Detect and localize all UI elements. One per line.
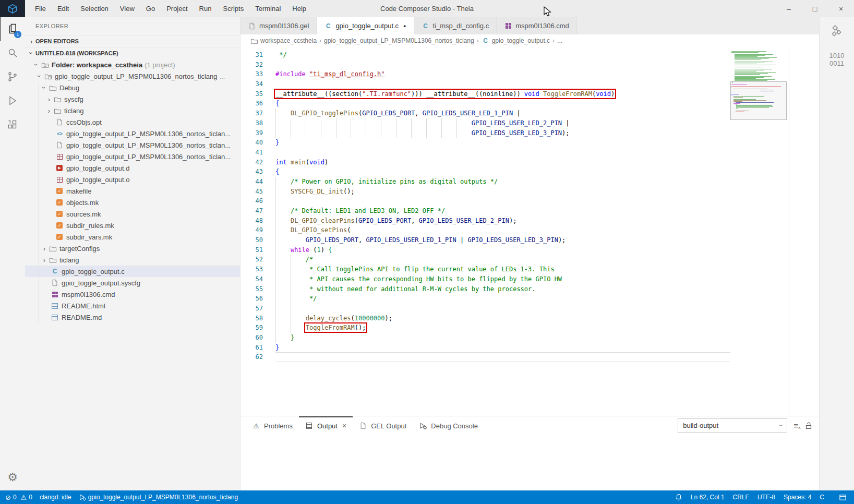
tree-item-subdir-vars-mk[interactable]: ✓subdir_vars.mk <box>25 231 240 243</box>
line-number[interactable]: 37 <box>240 109 275 118</box>
breadcrumb-item[interactable]: workspace_ccstheia <box>250 37 317 45</box>
line-number[interactable]: 41 <box>240 148 275 158</box>
code-line-56[interactable]: */ <box>275 294 730 304</box>
code-line-58[interactable]: delay_cycles(10000000); <box>275 314 730 323</box>
tree-item-objects-mk[interactable]: ✓objects.mk <box>25 197 240 208</box>
menu-run[interactable]: Run <box>194 0 218 17</box>
code-line-34[interactable] <box>275 79 730 89</box>
code-line-36[interactable]: { <box>275 99 730 109</box>
output-channel-select[interactable]: build-output › <box>678 418 787 433</box>
code-line-41[interactable] <box>275 148 730 158</box>
line-number[interactable]: 56 <box>240 294 275 304</box>
close-icon[interactable]: × <box>342 422 346 430</box>
tree-item-readme-html[interactable]: README.html <box>25 300 240 311</box>
tree-item-gpio-toggle-output-lp-mspm0l1306-nortos-ticlang[interactable]: ›gpio_toggle_output_LP_MSPM0L1306_nortos… <box>25 70 240 82</box>
tree-item-makefile[interactable]: ✓makefile <box>25 185 240 197</box>
chevron-right-icon[interactable]: › <box>40 256 49 264</box>
tree-item-subdir-rules-mk[interactable]: ✓subdir_rules.mk <box>25 220 240 231</box>
panel-tab-gel-output[interactable]: GEL Output <box>353 416 413 434</box>
chevron-right-icon[interactable]: › <box>45 95 53 103</box>
line-number[interactable]: 42 <box>240 158 275 167</box>
breadcrumb-item[interactable]: gpio_toggle_output_LP_MSPM0L1306_nortos_… <box>324 37 474 44</box>
line-number[interactable]: 40 <box>240 138 275 148</box>
code-line-49[interactable]: DL_GPIO_setPins( <box>275 225 730 235</box>
minimap-slider[interactable] <box>730 81 787 120</box>
line-number[interactable]: 34 <box>240 79 275 89</box>
settings-gear-icon[interactable]: ⚙ <box>0 471 25 484</box>
tree-item-mspm0l1306-cmd[interactable]: mspm0l1306.cmd <box>25 289 240 300</box>
editor-tab-gpio-toggle-output-c[interactable]: Cgpio_toggle_output.c● <box>317 17 414 34</box>
menu-help[interactable]: Help <box>286 0 312 17</box>
code-line-44[interactable]: /* Power on GPIO, initialize pins as dig… <box>275 177 730 187</box>
code-line-32[interactable] <box>275 60 730 70</box>
menu-selection[interactable]: Selection <box>75 0 114 17</box>
code-line-39[interactable]: GPIO_LEDS_USER_LED_3_PIN); <box>275 128 730 138</box>
flow-icon[interactable] <box>830 25 844 38</box>
line-number[interactable]: 44 <box>240 177 275 187</box>
code-line-61[interactable]: } <box>275 343 730 353</box>
code-line-31[interactable]: */ <box>275 50 730 60</box>
line-number[interactable]: 47 <box>240 206 275 216</box>
tree-item-gpio-toggle-output-lp-mspm0l1306-nortos-ticlan-[interactable]: gpio_toggle_output_LP_MSPM0L1306_nortos_… <box>25 151 240 162</box>
line-number[interactable]: 45 <box>240 187 275 197</box>
menu-file[interactable]: File <box>29 0 52 17</box>
code-line-59[interactable]: ToggleFromRAM(); <box>275 323 730 333</box>
tree-item-ticlang[interactable]: ›ticlang <box>25 254 240 266</box>
tree-item-readme-md[interactable]: README.md <box>25 311 240 323</box>
activity-search[interactable] <box>0 41 25 65</box>
line-number[interactable]: 51 <box>240 245 275 255</box>
workspace-header[interactable]: › UNTITLED-818 (WORKSPACE) <box>25 47 240 59</box>
line-number[interactable]: 32 <box>240 60 275 70</box>
status-c[interactable]: C <box>820 494 824 501</box>
tree-item-gpio-toggle-output-d[interactable]: ▶gpio_toggle_output.d <box>25 162 240 174</box>
clangd-status[interactable]: clangd: idle <box>40 494 71 501</box>
breadcrumb[interactable]: workspace_ccstheia›gpio_toggle_output_LP… <box>240 34 819 47</box>
tree-item-gpio-toggle-output-lp-mspm0l1306-nortos-ticlan-[interactable]: <>gpio_toggle_output_LP_MSPM0L1306_norto… <box>25 128 240 139</box>
tree-item-sources-mk[interactable]: ✓sources.mk <box>25 208 240 220</box>
editor-tab-ti-msp-dl-config-c[interactable]: Cti_msp_dl_config.c <box>414 17 497 34</box>
tree-item-ccsobjs-opt[interactable]: ccsObjs.opt <box>25 116 240 128</box>
code-editor[interactable]: 3132333435363738394041424344454647484950… <box>240 47 819 416</box>
chevron-down-icon[interactable]: › <box>32 61 41 69</box>
binary-view-icon[interactable]: 1010 0011 <box>829 52 845 67</box>
line-number[interactable]: 52 <box>240 255 275 265</box>
line-number[interactable]: 61 <box>240 343 275 353</box>
code-line-55[interactable]: * without need for additional R-M-W cycl… <box>275 284 730 294</box>
unlock-icon[interactable] <box>804 422 813 430</box>
breadcrumb-item[interactable]: Cgpio_toggle_output.c <box>482 37 550 45</box>
tree-item-debug[interactable]: ›Debug <box>25 82 240 93</box>
menu-go[interactable]: Go <box>140 0 161 17</box>
code-line-38[interactable]: GPIO_LEDS_USER_LED_2_PIN | <box>275 118 730 128</box>
activity-explorer[interactable]: 1 <box>0 17 26 41</box>
editor-tab-mspm0l1306-cmd[interactable]: mspm0l1306.cmd <box>497 17 577 34</box>
chevron-down-icon[interactable]: › <box>40 83 49 92</box>
status-spaces[interactable]: Spaces: 4 <box>784 494 811 501</box>
chevron-right-icon[interactable]: › <box>45 106 53 115</box>
tree-item-targetconfigs[interactable]: ›targetConfigs <box>25 243 240 254</box>
code-line-50[interactable]: GPIO_LEDS_PORT, GPIO_LEDS_USER_LED_1_PIN… <box>275 235 730 245</box>
code-line-53[interactable]: * Call togglePins API to flip the curren… <box>275 265 730 274</box>
code-line-60[interactable]: } <box>275 333 730 343</box>
layout-panel-icon[interactable] <box>839 494 847 501</box>
line-number[interactable]: 62 <box>240 352 275 362</box>
line-number-gutter[interactable]: 3132333435363738394041424344454647484950… <box>240 47 275 416</box>
problems-status[interactable]: ⊘ 0 ⚠ 0 <box>5 494 32 501</box>
line-number[interactable]: 48 <box>240 216 275 226</box>
tree-item-gpio-toggle-output-o[interactable]: gpio_toggle_output.o <box>25 174 240 185</box>
code-line-33[interactable]: #include "ti_msp_dl_config.h" <box>275 69 730 79</box>
line-number[interactable]: 36 <box>240 99 275 109</box>
tree-item-ticlang[interactable]: ›ticlang <box>25 105 240 116</box>
maximize-button[interactable]: □ <box>802 0 828 17</box>
chevron-down-icon[interactable]: › <box>35 72 44 80</box>
menu-scripts[interactable]: Scripts <box>217 0 249 17</box>
code-line-48[interactable]: DL_GPIO_clearPins(GPIO_LEDS_PORT, GPIO_L… <box>275 216 730 226</box>
line-number[interactable]: 58 <box>240 314 275 323</box>
active-project-status[interactable]: gpio_toggle_output_LP_MSPM0L1306_nortos_… <box>79 494 238 501</box>
code-line-62[interactable] <box>275 352 730 362</box>
code-line-46[interactable] <box>275 196 730 206</box>
menu-edit[interactable]: Edit <box>52 0 75 17</box>
line-number[interactable]: 46 <box>240 196 275 206</box>
line-number[interactable]: 49 <box>240 225 275 235</box>
code-line-40[interactable]: } <box>275 138 730 148</box>
code-line-45[interactable]: SYSCFG_DL_init(); <box>275 187 730 197</box>
